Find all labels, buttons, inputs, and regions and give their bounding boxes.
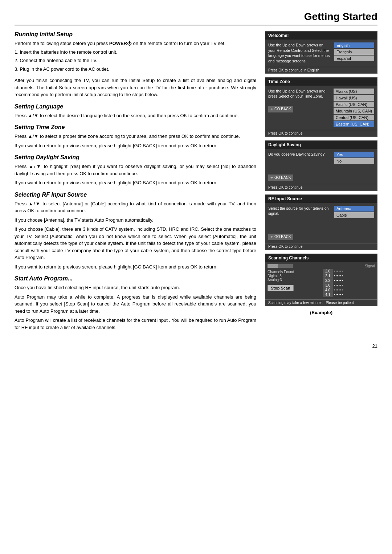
selecting-rf-input-body4: If you want to return to previous screen… [15,263,256,271]
channel-number: 3.0 [323,283,333,288]
scanning-channel-row: 2.1▪▪▪▪▪▪ [323,274,375,278]
welcome-panel-header: Welcome! [265,32,377,40]
daylight-saving-option-yes[interactable]: Yes [334,152,374,157]
channel-signal: ▪▪▪▪▪▪ [333,292,375,297]
channel-signal: ▪▪▪▪▪▪ [333,274,375,278]
rf-input-panel: RF Input Source Select the source for yo… [265,194,377,250]
rf-input-go-back-button[interactable]: ↩ GO BACK [268,234,293,240]
welcome-option-spanish[interactable]: Español [334,56,374,61]
time-zone-option-mountain[interactable]: Mountain (US, CAN) [334,108,374,114]
daylight-saving-panel-options: Yes No [334,152,374,181]
scanning-channel-row: 2.0▪▪▪▪▪▪ [323,269,375,274]
time-zone-option-pacific[interactable]: Pacific (US, CAN) [334,102,374,107]
selecting-rf-input-body2: If you choose [Antenna], the TV starts A… [15,217,256,224]
time-zone-option-eastern[interactable]: Eastern (US, CAN) [334,121,374,127]
section-heading-setting-time-zone: Setting Time Zone [15,124,256,131]
time-zone-panel: Time Zone Use the Up and Down arrows and… [265,77,377,137]
channel-number: 2.0 [323,269,333,274]
daylight-saving-panel-footer: Press OK to continue [265,184,377,190]
example-label: (Example) [265,310,377,315]
step-3: 3. Plug in the AC power cord to the AC o… [15,66,256,73]
right-column-panels: Welcome! Use the Up and Down arrows on y… [265,31,377,315]
intro-text: Perform the following steps before you p… [15,40,256,47]
setting-language-body: Press ▲/▼ to select the desired language… [15,112,256,119]
daylight-saving-panel-description: Do you observe Daylight Saving? ↩ GO BAC… [268,152,331,181]
signal-label: Signal [323,264,375,268]
daylight-saving-go-back-button[interactable]: ↩ GO BACK [268,175,293,181]
time-zone-panel-body: Use the Up and Down arrows and press Sel… [265,86,377,130]
scanning-channels-table: 2.0▪▪▪▪▪▪2.1▪▪▪▪▪▪2.2▪▪▪▪▪▪3.0▪▪▪▪▪▪4.0▪… [323,269,375,297]
daylight-saving-panel-body: Do you observe Daylight Saving? ↩ GO BAC… [265,149,377,184]
daylight-saving-panel: Daylight Saving Do you observe Daylight … [265,140,377,191]
scanning-channels-panel: Scanning Channels Channels Found Digital… [265,254,377,306]
time-zone-go-back-button[interactable]: ↩ GO BACK [268,106,293,112]
scanning-channel-row: 3.0▪▪▪▪▪▪ [323,283,375,288]
step-2: 2. Connect the antenna cable to the TV. [15,57,256,64]
channel-number: 4.1 [323,292,333,297]
section-heading-running-initial-setup: Running Initial Setup [15,31,256,38]
welcome-option-english[interactable]: English [334,42,374,48]
setting-time-zone-body1: Press ▲/▼ to select a proper time zone a… [15,133,256,140]
section-heading-selecting-rf-input: Selecting RF Input Source [15,192,256,198]
scanning-channel-row: 4.1▪▪▪▪▪▪ [323,292,375,297]
channel-signal: ▪▪▪▪▪▪ [333,288,375,292]
start-auto-program-body2: Auto Program may take a while to complet… [15,294,256,315]
channel-number: 4.0 [323,288,333,292]
section-setting-language: Setting Language Press ▲/▼ to select the… [15,103,256,119]
go-back-arrow-icon: ↩ [270,175,273,180]
welcome-panel-options: English Français Español [334,42,374,64]
time-zone-panel-options: Alaska (US) Hawaii (US) Pacific (US, CAN… [334,89,374,127]
welcome-panel-body: Use the Up and Down arrows on your Remot… [265,40,377,67]
setting-daylight-saving-body2: If you want to return to previous screen… [15,179,256,186]
selecting-rf-input-body1: Press ▲/▼ to select [Antenna] or [Cable]… [15,200,256,214]
section-setting-daylight-saving: Setting Daylight Saving Press ▲/▼ to hig… [15,154,256,186]
time-zone-option-central[interactable]: Central (US, CAN) [334,115,374,120]
welcome-panel-description: Use the Up and Down arrows on your Remot… [268,42,331,64]
time-zone-panel-header: Time Zone [265,78,377,86]
time-zone-option-alaska[interactable]: Alaska (US) [334,89,374,94]
go-back-arrow-icon: ↩ [270,107,273,112]
setting-time-zone-body2: If you want to return to previous screen… [15,142,256,149]
stop-scan-button[interactable]: Stop Scan [268,285,294,291]
selecting-rf-input-body3: If you choose [Cable], there are 3 kinds… [15,226,256,261]
start-auto-program-body3: Auto Program will create a list of recei… [15,317,256,331]
page-number: 21 [15,343,377,349]
rf-input-option-cable[interactable]: Cable [334,212,374,218]
channel-number: 2.1 [323,274,333,278]
setting-daylight-saving-body1: Press ▲/▼ to highlight [Yes] item if you… [15,163,256,177]
step-1: 1. Insert the batteries into the remote … [15,49,256,56]
scanning-channel-row: 4.0▪▪▪▪▪▪ [323,288,375,292]
rf-input-panel-options: Antenna Cable [334,206,374,240]
channels-found-info: Channels Found Digital: 3 Analog:3 [268,270,320,282]
start-auto-program-body1: Once you have finished selecting RF inpu… [15,284,256,291]
channel-number: 2.2 [323,278,333,283]
scanning-channels-footer: Scanning may take a few minutes - Please… [265,299,377,306]
section-heading-start-auto-program: Start Auto Program... [15,275,256,282]
section-selecting-rf-input: Selecting RF Input Source Press ▲/▼ to s… [15,192,256,271]
scanning-channel-row: 2.2▪▪▪▪▪▪ [323,278,375,283]
section-start-auto-program: Start Auto Program... Once you have fini… [15,275,256,331]
welcome-panel: Welcome! Use the Up and Down arrows on y… [265,31,377,74]
left-content: Running Initial Setup Perform the follow… [15,31,256,336]
scanning-progress-fill [268,264,278,268]
time-zone-panel-description: Use the Up and Down arrows and press Sel… [268,89,331,127]
rf-input-panel-footer: Press OK to continue [265,243,377,250]
section-heading-setting-language: Setting Language [15,103,256,110]
scanning-channels-header: Scanning Channels [265,254,377,262]
scanning-progress-bar [268,264,293,268]
rf-input-panel-description: Select the source for your television si… [268,206,331,240]
channel-signal: ▪▪▪▪▪▪ [333,278,375,283]
rf-input-option-antenna[interactable]: Antenna [334,206,374,212]
time-zone-option-hawaii[interactable]: Hawaii (US) [334,95,374,101]
rf-input-panel-header: RF Input Source [265,195,377,203]
daylight-saving-panel-header: Daylight Saving [265,141,377,149]
welcome-panel-footer: Press OK to continue in English [265,67,377,73]
section-setting-time-zone: Setting Time Zone Press ▲/▼ to select a … [15,124,256,149]
daylight-saving-option-no[interactable]: No [334,158,374,164]
page-title: Getting Started [15,11,377,25]
scanning-channels-body: Channels Found Digital: 3 Analog:3 Stop … [265,262,377,299]
running-initial-setup-body: After you finish connecting the TV, you … [15,77,256,98]
welcome-option-french[interactable]: Français [334,49,374,55]
go-back-arrow-icon: ↩ [270,234,273,239]
channel-signal: ▪▪▪▪▪▪ [333,283,375,288]
